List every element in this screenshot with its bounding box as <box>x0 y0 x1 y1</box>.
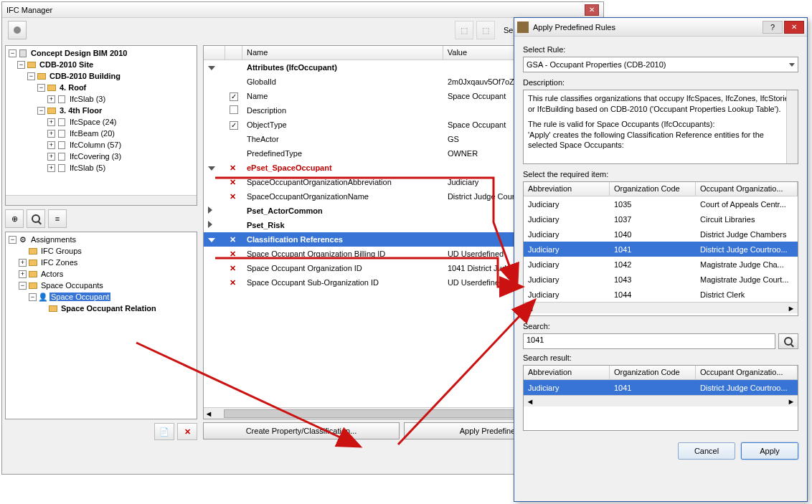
tree-item[interactable]: −CDB-2010 Site <box>7 59 195 70</box>
grid-header: Abbreviation Organization Code Occupant … <box>524 366 798 380</box>
project-tree[interactable]: − Concept Design BIM 2010 −CDB-2010 Site… <box>5 45 197 206</box>
dialog-icon <box>517 22 529 33</box>
rule-combobox[interactable]: GSA - Occupant Properties (CDB-2010) <box>523 57 798 72</box>
tree-item[interactable]: −Space Occupants <box>7 280 195 291</box>
title-bar: IFC Manager ✕ <box>2 2 603 18</box>
col-name[interactable]: Name <box>242 46 443 60</box>
h-scrollbar[interactable]: ◄► <box>524 395 798 406</box>
grid-row[interactable]: Judiciary1043Magistrate Judge Court... <box>524 272 798 287</box>
expand-icon[interactable]: + <box>47 130 55 138</box>
help-button[interactable]: ? <box>763 21 783 34</box>
description-box: This rule classifies organizations that … <box>523 90 798 164</box>
expand-icon[interactable]: − <box>9 236 16 244</box>
expand-icon[interactable]: + <box>47 153 55 161</box>
grid-row[interactable]: Judiciary1035Court of Appeals Centr... <box>524 196 798 211</box>
dialog-title-bar: Apply Predefined Rules ? ✕ <box>514 18 807 37</box>
select-rule-label: Select Rule: <box>523 45 798 54</box>
grid-row[interactable]: Judiciary1041District Judge Courtroo... <box>524 380 798 395</box>
cancel-button[interactable]: Cancel <box>678 442 735 460</box>
grid-row[interactable]: Judiciary1040District Judge Chambers <box>524 227 798 242</box>
close-button[interactable]: ✕ <box>585 4 599 16</box>
filter-tool-button[interactable]: ≡ <box>48 209 67 228</box>
tree-item[interactable]: +IfcBeam (20) <box>7 128 195 139</box>
tree-root-assign[interactable]: − ⚙ Assignments <box>7 234 195 245</box>
search-button[interactable] <box>778 333 798 349</box>
grid-row[interactable]: Judiciary1037Circuit Libraries <box>524 211 798 227</box>
search-tool-button[interactable] <box>27 209 45 228</box>
add-tool-button[interactable]: ⊕ <box>5 209 24 228</box>
delete-button[interactable]: ✕ <box>177 423 197 440</box>
expand-icon[interactable]: − <box>19 282 27 290</box>
expand-icon[interactable]: − <box>29 293 37 301</box>
expand-icon[interactable]: + <box>19 270 27 278</box>
expand-icon[interactable]: + <box>47 118 55 126</box>
tree-item[interactable]: +IfcColumn (57) <box>7 139 195 151</box>
assignment-tree[interactable]: − ⚙ Assignments IFC Groups+IFC Zones+Act… <box>5 232 197 419</box>
create-property-button[interactable]: Create Property/Classification... <box>203 422 400 439</box>
search-input[interactable]: 1041 <box>523 333 775 349</box>
h-scrollbar[interactable]: ◄► <box>524 302 798 313</box>
grid-header: Abbreviation Organization Code Occupant … <box>524 182 798 196</box>
circle-tool-button[interactable] <box>8 21 27 39</box>
apply-rules-dialog: Apply Predefined Rules ? ✕ Select Rule: … <box>514 17 808 502</box>
tree-root[interactable]: − Concept Design BIM 2010 <box>7 47 195 59</box>
apply-button[interactable]: Apply <box>741 442 798 460</box>
tree-item[interactable]: +IfcSlab (5) <box>7 162 195 173</box>
grid-row[interactable]: Judiciary1044District Clerk <box>524 287 798 302</box>
items-grid[interactable]: Abbreviation Organization Code Occupant … <box>523 181 798 316</box>
result-grid[interactable]: Abbreviation Organization Code Occupant … <box>523 365 798 431</box>
expand-icon[interactable]: − <box>37 84 45 92</box>
dropdown-arrow-icon <box>789 63 795 67</box>
search-label: Search: <box>523 322 798 331</box>
tree-item[interactable]: Space Occupant Relation <box>7 303 195 314</box>
new-button[interactable]: 📄 <box>154 423 174 440</box>
col-code[interactable]: Organization Code <box>610 182 696 196</box>
tree-item[interactable]: +IfcSpace (24) <box>7 116 195 128</box>
tree-item[interactable]: −CDB-2010 Building <box>7 70 195 82</box>
expand-icon[interactable]: − <box>37 107 45 115</box>
tree-item[interactable]: −👤Space Occupant <box>7 291 195 303</box>
v-scrollbar[interactable] <box>786 90 798 163</box>
expand-icon[interactable]: + <box>47 95 55 103</box>
description-label: Description: <box>523 78 798 87</box>
col-abbr[interactable]: Abbreviation <box>524 366 610 379</box>
tree-item[interactable]: +IfcSlab (3) <box>7 93 195 105</box>
dialog-title: Apply Predefined Rules <box>533 23 761 32</box>
col-org[interactable]: Occupant Organizatio... <box>696 182 798 196</box>
col-org[interactable]: Occupant Organizatio... <box>696 366 798 379</box>
h-scrollbar[interactable] <box>6 195 197 205</box>
expand-icon[interactable]: + <box>47 141 55 149</box>
select-tool-1[interactable]: ⬚ <box>455 21 473 39</box>
tree-item[interactable]: IFC Groups <box>7 245 195 257</box>
search-result-label: Search result: <box>523 353 798 362</box>
tree-item[interactable]: +Actors <box>7 268 195 280</box>
dialog-close-button[interactable]: ✕ <box>784 21 804 34</box>
tree-item[interactable]: −4. Roof <box>7 82 195 93</box>
window-title: IFC Manager <box>6 6 52 14</box>
expand-icon[interactable]: − <box>9 49 16 57</box>
tree-item[interactable]: −3. 4th Floor <box>7 105 195 116</box>
select-item-label: Select the required item: <box>523 170 798 179</box>
select-tool-2[interactable]: ⬚ <box>476 21 495 39</box>
tree-item[interactable]: +IFC Zones <box>7 257 195 268</box>
grid-row[interactable]: Judiciary1041District Judge Courtroo... <box>524 242 798 257</box>
search-icon <box>784 337 793 346</box>
expand-icon[interactable]: − <box>17 61 25 69</box>
expand-icon[interactable]: + <box>19 259 27 267</box>
tree-item[interactable]: +IfcCovering (3) <box>7 151 195 162</box>
expand-icon[interactable]: − <box>27 72 35 80</box>
grid-row[interactable]: Judiciary1042Magistrate Judge Cha... <box>524 257 798 272</box>
expand-icon[interactable]: + <box>47 164 55 172</box>
col-abbr[interactable]: Abbreviation <box>524 182 610 196</box>
col-code[interactable]: Organization Code <box>610 366 696 379</box>
